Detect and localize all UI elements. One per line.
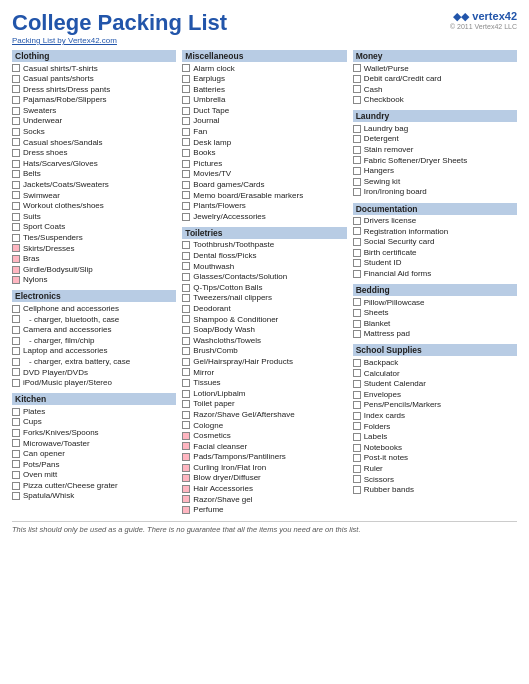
checkbox[interactable] [353,330,361,338]
checkbox[interactable] [182,191,190,199]
checkbox[interactable] [182,294,190,302]
checkbox[interactable] [182,421,190,429]
checkbox[interactable] [353,249,361,257]
checkbox[interactable] [353,298,361,306]
checkbox[interactable] [182,117,190,125]
checkbox[interactable] [12,326,20,334]
checkbox[interactable] [353,359,361,367]
checkbox[interactable] [182,411,190,419]
checkbox[interactable] [12,471,20,479]
checkbox[interactable] [12,408,20,416]
checkbox[interactable] [12,213,20,221]
checkbox[interactable] [12,450,20,458]
checkbox[interactable] [353,320,361,328]
checkbox[interactable] [353,75,361,83]
checkbox[interactable] [353,475,361,483]
checkbox[interactable] [353,401,361,409]
checkbox[interactable] [12,347,20,355]
checkbox[interactable] [12,255,20,263]
checkbox[interactable] [182,213,190,221]
checkbox[interactable] [12,244,20,252]
checkbox[interactable] [182,337,190,345]
checkbox[interactable] [353,125,361,133]
checkbox[interactable] [182,495,190,503]
checkbox[interactable] [353,309,361,317]
checkbox[interactable] [182,390,190,398]
checkbox[interactable] [353,433,361,441]
checkbox[interactable] [353,64,361,72]
checkbox[interactable] [182,506,190,514]
checkbox[interactable] [12,492,20,500]
checkbox[interactable] [353,486,361,494]
checkbox[interactable] [353,188,361,196]
checkbox[interactable] [182,85,190,93]
checkbox[interactable] [353,259,361,267]
checkbox[interactable] [353,444,361,452]
checkbox[interactable] [182,64,190,72]
checkbox[interactable] [182,485,190,493]
checkbox[interactable] [182,305,190,313]
checkbox[interactable] [12,315,20,323]
checkbox[interactable] [12,482,20,490]
checkbox[interactable] [12,181,20,189]
checkbox[interactable] [12,202,20,210]
checkbox[interactable] [182,96,190,104]
checkbox[interactable] [12,96,20,104]
checkbox[interactable] [353,146,361,154]
checkbox[interactable] [12,191,20,199]
checkbox[interactable] [12,276,20,284]
checkbox[interactable] [12,358,20,366]
checkbox[interactable] [182,284,190,292]
checkbox[interactable] [353,167,361,175]
checkbox[interactable] [353,391,361,399]
checkbox[interactable] [182,75,190,83]
checkbox[interactable] [12,128,20,136]
checkbox[interactable] [12,117,20,125]
checkbox[interactable] [353,422,361,430]
checkbox[interactable] [182,149,190,157]
checkbox[interactable] [12,379,20,387]
checkbox[interactable] [12,138,20,146]
checkbox[interactable] [12,266,20,274]
checkbox[interactable] [12,160,20,168]
checkbox[interactable] [182,107,190,115]
checkbox[interactable] [12,107,20,115]
checkbox[interactable] [12,64,20,72]
checkbox[interactable] [353,380,361,388]
checkbox[interactable] [353,454,361,462]
checkbox[interactable] [353,156,361,164]
checkbox[interactable] [12,418,20,426]
checkbox[interactable] [182,170,190,178]
checkbox[interactable] [182,202,190,210]
checkbox[interactable] [12,368,20,376]
checkbox[interactable] [12,223,20,231]
checkbox[interactable] [182,326,190,334]
checkbox[interactable] [353,85,361,93]
checkbox[interactable] [182,160,190,168]
checkbox[interactable] [353,227,361,235]
checkbox[interactable] [182,368,190,376]
checkbox[interactable] [12,85,20,93]
subtitle[interactable]: Packing List by Vertex42.com [12,36,227,45]
checkbox[interactable] [353,178,361,186]
checkbox[interactable] [182,453,190,461]
checkbox[interactable] [12,170,20,178]
checkbox[interactable] [182,262,190,270]
checkbox[interactable] [182,181,190,189]
checkbox[interactable] [12,460,20,468]
checkbox[interactable] [12,149,20,157]
checkbox[interactable] [12,337,20,345]
checkbox[interactable] [12,234,20,242]
checkbox[interactable] [12,439,20,447]
checkbox[interactable] [353,369,361,377]
checkbox[interactable] [182,400,190,408]
checkbox[interactable] [182,128,190,136]
checkbox[interactable] [182,379,190,387]
checkbox[interactable] [353,135,361,143]
checkbox[interactable] [182,315,190,323]
checkbox[interactable] [12,305,20,313]
checkbox[interactable] [182,442,190,450]
checkbox[interactable] [182,474,190,482]
checkbox[interactable] [353,465,361,473]
checkbox[interactable] [353,96,361,104]
